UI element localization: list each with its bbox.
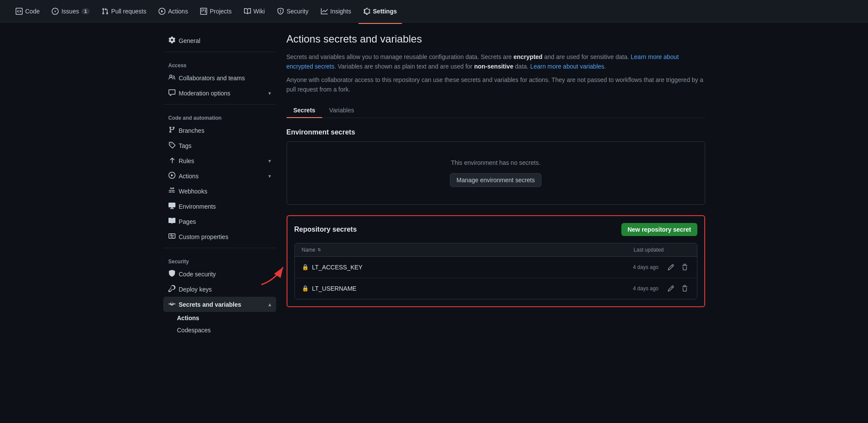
tab-variables[interactable]: Variables [322, 103, 361, 118]
sidebar-pages[interactable]: Pages [163, 214, 276, 229]
sidebar-code-security[interactable]: Code security [163, 266, 276, 282]
manage-environment-secrets-button[interactable]: Manage environment secrets [450, 173, 541, 187]
description-2: Anyone with collaborator access to this … [287, 75, 705, 95]
nav-settings[interactable]: Settings [358, 4, 402, 18]
secrets-icon [168, 300, 175, 308]
nav-pr-label: Pull requests [111, 8, 146, 15]
sidebar-moderation[interactable]: Moderation options ▾ [163, 85, 276, 101]
sidebar-tags[interactable]: Tags [163, 138, 276, 153]
sidebar-sub-codespaces[interactable]: Codespaces [163, 324, 276, 336]
top-navigation: Code Issues 1 Pull requests Actions Proj… [0, 0, 868, 23]
chevron-down-icon-actions: ▾ [268, 173, 271, 179]
sidebar-branches[interactable]: Branches [163, 123, 276, 138]
tab-secrets[interactable]: Secrets [287, 103, 323, 118]
sidebar-rules[interactable]: Rules ▾ [163, 153, 276, 168]
secret-name-lt-username: 🔒 LT_USERNAME [302, 285, 633, 292]
actions-sidebar-icon [168, 172, 175, 180]
lock-icon-1: 🔒 [302, 264, 309, 270]
sidebar-section-automation: Code and automation [163, 108, 276, 123]
sidebar-section-access: Access [163, 56, 276, 70]
learn-vars-link[interactable]: Learn more about variables [530, 63, 604, 70]
repo-secrets-title: Repository secrets [294, 226, 357, 233]
col-updated-header: Last updated [634, 247, 663, 253]
sidebar-secrets-and-variables[interactable]: Secrets and variables ▴ [163, 297, 276, 312]
nav-security[interactable]: Security [272, 4, 314, 18]
new-repository-secret-button[interactable]: New repository secret [621, 223, 697, 236]
nav-insights[interactable]: Insights [316, 4, 356, 18]
sort-icon[interactable]: ⇅ [317, 247, 321, 252]
sidebar-general[interactable]: General [163, 33, 276, 48]
sidebar-branches-label: Branches [179, 127, 205, 134]
secret-name-label-2: LT_USERNAME [312, 285, 356, 292]
tag-icon [168, 141, 175, 150]
nav-actions[interactable]: Actions [153, 4, 193, 18]
table-row: 🔒 LT_USERNAME 4 days ago [295, 278, 697, 299]
repository-secrets-container: Repository secrets New repository secret… [287, 215, 705, 307]
edit-secret-2-button[interactable] [666, 283, 676, 294]
env-secrets-empty-message: This environment has no secrets. [304, 159, 687, 166]
sidebar-collaborators-label: Collaborators and teams [179, 75, 245, 82]
nav-wiki[interactable]: Wiki [239, 4, 270, 18]
branch-icon [168, 126, 175, 134]
delete-secret-2-button[interactable] [680, 283, 690, 294]
people-icon [168, 74, 175, 82]
nav-issues[interactable]: Issues 1 [46, 4, 95, 18]
nav-code-label: Code [25, 8, 40, 15]
sidebar-sub-actions-label: Actions [177, 315, 199, 321]
secret-updated-1: 4 days ago [633, 264, 659, 270]
insights-icon [321, 8, 328, 15]
nav-settings-label: Settings [373, 8, 397, 15]
nav-pull-requests[interactable]: Pull requests [96, 4, 152, 18]
table-header: Name ⇅ Last updated [295, 243, 697, 257]
nav-projects-label: Projects [210, 8, 232, 15]
sidebar-webhooks-label: Webhooks [179, 188, 208, 195]
settings-icon [363, 8, 370, 15]
sidebar-custom-props[interactable]: Custom properties [163, 229, 276, 244]
table-row: 🔒 LT_ACCESS_KEY 4 days ago [295, 257, 697, 278]
sidebar-environments[interactable]: Environments [163, 199, 276, 214]
sidebar-deploy-keys[interactable]: Deploy keys [163, 282, 276, 297]
chevron-down-icon-rules: ▾ [268, 158, 271, 164]
chevron-down-icon: ▾ [268, 90, 271, 96]
issues-icon [52, 8, 59, 15]
sidebar-actions[interactable]: Actions ▾ [163, 168, 276, 184]
sidebar-sub-codespaces-label: Codespaces [177, 327, 211, 334]
page-title: Actions secrets and variables [287, 33, 705, 45]
edit-secret-1-button[interactable] [666, 262, 676, 272]
comment-icon [168, 89, 175, 97]
col-name-header: Name ⇅ [302, 247, 634, 253]
wiki-icon [244, 8, 251, 15]
custom-props-icon [168, 233, 175, 241]
projects-icon [200, 8, 207, 15]
rules-icon [168, 157, 175, 165]
sidebar-collaborators[interactable]: Collaborators and teams [163, 70, 276, 85]
sidebar-divider-3 [163, 248, 276, 248]
sidebar-tags-label: Tags [179, 142, 192, 149]
sidebar-webhooks[interactable]: Webhooks [163, 184, 276, 199]
nav-wiki-label: Wiki [254, 8, 265, 15]
environment-secrets-box: This environment has no secrets. Manage … [287, 141, 705, 205]
description-1: Secrets and variables allow you to manag… [287, 52, 705, 72]
name-header-label: Name [302, 247, 316, 253]
main-content: Actions secrets and variables Secrets an… [287, 33, 705, 336]
sidebar-sub-actions[interactable]: Actions [163, 312, 276, 324]
webhooks-icon [168, 187, 175, 195]
secret-name-label-1: LT_ACCESS_KEY [312, 264, 363, 271]
sidebar-rules-label: Rules [179, 157, 195, 164]
chevron-up-icon: ▴ [268, 302, 271, 308]
lock-icon-2: 🔒 [302, 285, 309, 292]
secrets-table: Name ⇅ Last updated 🔒 LT_ACCESS_KEY 4 da… [294, 243, 697, 299]
secret-updated-2: 4 days ago [633, 285, 659, 292]
sidebar-general-label: General [179, 37, 201, 44]
nav-projects[interactable]: Projects [195, 4, 237, 18]
sidebar-actions-label: Actions [179, 173, 199, 180]
code-icon [16, 8, 23, 15]
sidebar-secrets-label: Secrets and variables [179, 301, 241, 308]
sidebar-section-security: Security [163, 252, 276, 266]
sidebar-deploy-keys-label: Deploy keys [179, 286, 212, 293]
issues-badge: 1 [82, 8, 89, 14]
delete-secret-1-button[interactable] [680, 262, 690, 272]
nav-code[interactable]: Code [10, 4, 45, 18]
page-layout: General Access Collaborators and teams M… [156, 23, 712, 347]
env-secrets-title: Environment secrets [287, 128, 705, 136]
